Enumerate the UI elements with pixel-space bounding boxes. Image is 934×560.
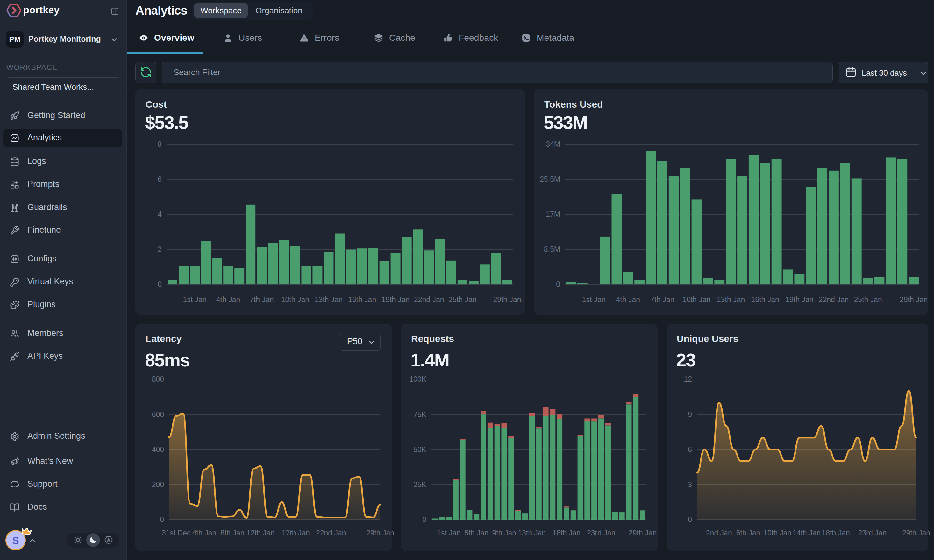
svg-text:22nd Jan: 22nd Jan	[316, 529, 346, 537]
svg-text:8th Jan: 8th Jan	[220, 529, 244, 537]
svg-text:75K: 75K	[413, 410, 427, 418]
svg-text:23rd Jan: 23rd Jan	[587, 529, 615, 537]
svg-text:18th Jan: 18th Jan	[822, 529, 850, 537]
svg-text:25K: 25K	[413, 480, 427, 489]
svg-text:1st Jan: 1st Jan	[582, 295, 606, 304]
svg-text:10th Jan: 10th Jan	[281, 295, 309, 304]
svg-text:34M: 34M	[546, 140, 560, 148]
svg-text:600: 600	[152, 410, 164, 418]
svg-text:10th Jan: 10th Jan	[763, 529, 791, 537]
svg-text:31st Dec: 31st Dec	[162, 529, 191, 537]
svg-text:400: 400	[152, 445, 164, 454]
svg-text:29th Jan: 29th Jan	[900, 295, 928, 304]
svg-text:29th Jan: 29th Jan	[493, 295, 521, 304]
svg-text:1st Jan: 1st Jan	[183, 295, 207, 304]
svg-text:19th Jan: 19th Jan	[785, 295, 813, 304]
svg-text:50K: 50K	[413, 445, 427, 454]
svg-text:25.5M: 25.5M	[540, 175, 560, 183]
svg-text:3: 3	[688, 480, 692, 489]
svg-text:8.5M: 8.5M	[544, 245, 560, 254]
svg-text:1st Jan: 1st Jan	[437, 529, 460, 537]
svg-text:17th Jan: 17th Jan	[282, 529, 310, 537]
svg-text:0: 0	[160, 515, 164, 524]
svg-text:29th Jan: 29th Jan	[366, 529, 394, 537]
svg-text:100K: 100K	[409, 375, 426, 383]
svg-text:0: 0	[158, 280, 162, 288]
svg-text:16th Jan: 16th Jan	[348, 295, 376, 304]
svg-text:6th Jan: 6th Jan	[736, 529, 760, 537]
svg-text:25th Jan: 25th Jan	[448, 295, 476, 304]
svg-text:2nd Jan: 2nd Jan	[706, 529, 732, 537]
svg-text:7th Jan: 7th Jan	[250, 295, 274, 304]
svg-text:0: 0	[556, 280, 560, 288]
svg-text:22nd Jan: 22nd Jan	[414, 295, 444, 304]
svg-text:10th Jan: 10th Jan	[682, 295, 711, 304]
svg-text:14th Jan: 14th Jan	[792, 529, 821, 537]
svg-text:9th Jan: 9th Jan	[492, 529, 516, 537]
svg-text:12th Jan: 12th Jan	[246, 529, 274, 537]
svg-text:18th Jan: 18th Jan	[552, 529, 580, 537]
svg-text:23rd Jan: 23rd Jan	[858, 529, 887, 537]
svg-text:7th Jan: 7th Jan	[650, 295, 674, 304]
svg-text:25th Jan: 25th Jan	[854, 295, 882, 304]
svg-text:200: 200	[152, 480, 164, 489]
svg-text:6: 6	[158, 175, 162, 183]
svg-text:22nd Jan: 22nd Jan	[819, 295, 849, 304]
svg-text:13th Jan: 13th Jan	[315, 295, 343, 304]
svg-text:19th Jan: 19th Jan	[382, 295, 409, 304]
svg-text:2: 2	[158, 245, 162, 254]
svg-text:4th Jan: 4th Jan	[216, 295, 240, 304]
svg-text:13th Jan: 13th Jan	[518, 529, 546, 537]
svg-text:4: 4	[158, 210, 162, 218]
svg-text:4th Jan: 4th Jan	[192, 529, 216, 537]
svg-text:4th Jan: 4th Jan	[616, 295, 640, 304]
svg-text:8: 8	[158, 140, 162, 148]
svg-text:0: 0	[422, 515, 426, 524]
svg-text:9: 9	[688, 410, 692, 418]
svg-text:0: 0	[688, 515, 692, 524]
svg-text:6: 6	[688, 445, 692, 454]
svg-text:17M: 17M	[546, 210, 560, 218]
svg-text:800: 800	[152, 375, 164, 383]
svg-text:29th Jan: 29th Jan	[902, 529, 930, 537]
svg-text:29th Jan: 29th Jan	[629, 529, 657, 537]
svg-text:16th Jan: 16th Jan	[751, 295, 779, 304]
svg-text:5th Jan: 5th Jan	[465, 529, 488, 537]
svg-text:13th Jan: 13th Jan	[717, 295, 745, 304]
svg-text:12: 12	[684, 375, 692, 383]
